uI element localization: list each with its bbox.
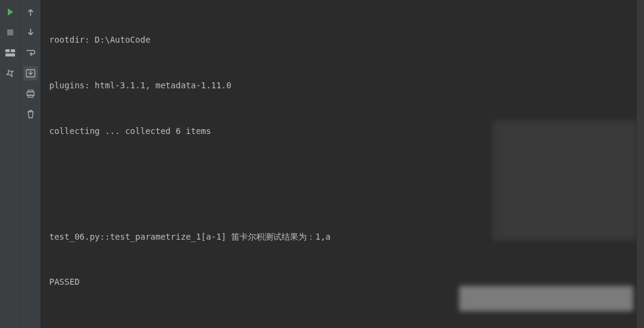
- console-output[interactable]: rootdir: D:\AutoCode plugins: html-3.1.1…: [41, 0, 637, 328]
- console-toolbar: [20, 0, 41, 328]
- svg-rect-0: [7, 29, 13, 35]
- previous-button[interactable]: [23, 5, 38, 19]
- pin-button[interactable]: [3, 66, 17, 80]
- svg-rect-2: [11, 49, 15, 52]
- vertical-scrollbar[interactable]: [637, 0, 644, 328]
- console-line-plugins: plugins: html-3.1.1, metadata-1.11.0: [49, 78, 631, 93]
- print-button[interactable]: [23, 87, 38, 101]
- run-toolbar: [0, 0, 20, 328]
- svg-rect-3: [5, 53, 15, 56]
- obscured-region: [493, 120, 637, 240]
- test-msg: 笛卡尔积测试结果为：1,a: [231, 232, 330, 241]
- next-button[interactable]: [23, 25, 38, 40]
- scroll-to-end-button[interactable]: [23, 66, 38, 80]
- console-line-rootdir: rootdir: D:\AutoCode: [49, 32, 631, 47]
- svg-rect-1: [5, 49, 10, 52]
- stop-button[interactable]: [3, 25, 17, 40]
- run-button[interactable]: [3, 5, 17, 19]
- obscured-region: [459, 286, 633, 311]
- layout-button[interactable]: [3, 46, 17, 60]
- soft-wrap-button[interactable]: [23, 46, 38, 60]
- clear-all-button[interactable]: [23, 107, 38, 121]
- test-id: test_06.py::test_parametrize_1[a-1]: [49, 232, 226, 241]
